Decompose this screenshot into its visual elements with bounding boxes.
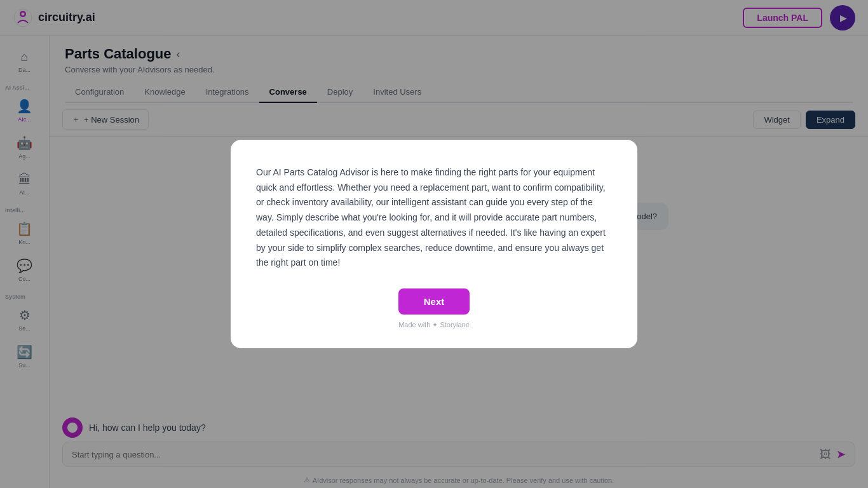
modal: Our AI Parts Catalog Advisor is here to …	[231, 140, 637, 349]
modal-body: Our AI Parts Catalog Advisor is here to …	[256, 165, 612, 271]
modal-footer: Next Made with ✦ Storylane	[256, 288, 612, 329]
modal-overlay: Our AI Parts Catalog Advisor is here to …	[0, 0, 868, 488]
modal-attribution: Made with ✦ Storylane	[398, 321, 470, 329]
next-button[interactable]: Next	[398, 288, 470, 315]
